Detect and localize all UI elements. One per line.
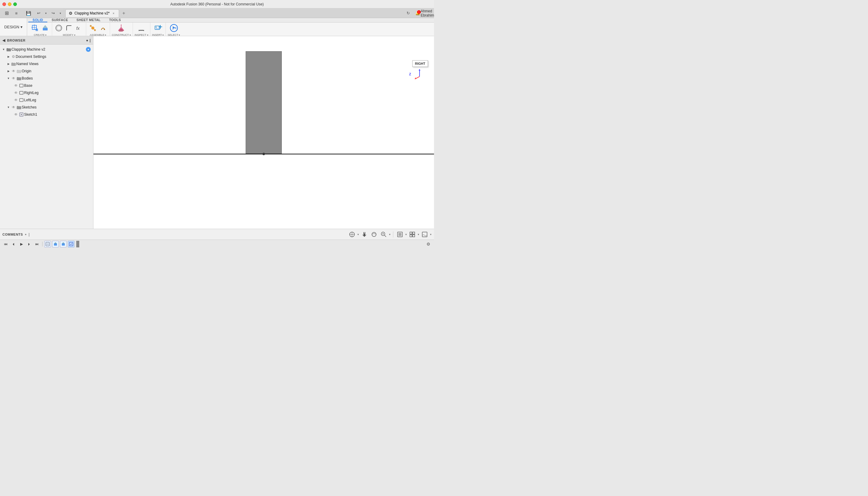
grid-icon[interactable]: ⊞ [2, 9, 11, 17]
comments-dot-icon[interactable]: ● [25, 233, 27, 236]
root-expand-icon[interactable]: ▼ [1, 47, 6, 52]
design-button[interactable]: DESIGN ▾ [0, 18, 27, 36]
redo-dropdown[interactable]: ▾ [59, 9, 62, 18]
grid-dropdown-arrow[interactable]: ▾ [418, 233, 419, 236]
toolbar-group-assemble[interactable]: ASSEMBLE ▾ [86, 22, 110, 37]
tree-item-bodies[interactable]: ▼ 👁 Bodies [0, 75, 93, 82]
bodies-expand-icon[interactable]: ▼ [6, 76, 11, 81]
zoom-button[interactable] [379, 230, 388, 239]
file-tab[interactable]: ⚙ Clapping Machine v2* × [65, 9, 119, 17]
fusion-menu-icon[interactable]: ≡ [12, 9, 20, 17]
env-dropdown-arrow[interactable]: ▾ [430, 233, 432, 236]
file-tab-close-button[interactable]: × [111, 11, 116, 15]
motion-button[interactable] [98, 23, 108, 33]
play-button[interactable]: ▶ [18, 241, 25, 247]
tree-item-named-views[interactable]: ▶ Named Views [0, 60, 93, 67]
left-leg-eye-icon[interactable]: 👁 [13, 97, 19, 103]
toolbar-group-inspect[interactable]: INSPECT ▾ [133, 22, 150, 37]
tab-sheet-metal[interactable]: SHEET METAL [72, 18, 105, 22]
doc-settings-expand-icon[interactable]: ▶ [6, 54, 11, 59]
step-back-button[interactable]: ⏴ [10, 241, 17, 247]
display-mode-button[interactable] [396, 230, 404, 239]
base-eye-icon[interactable]: 👁 [13, 83, 19, 88]
tree-item-sketches[interactable]: ▼ 👁 Sketches [0, 104, 93, 111]
svg-point-49 [372, 232, 376, 236]
insert-image-button[interactable] [153, 23, 163, 33]
comments-resize-icon[interactable]: | [29, 232, 30, 236]
grid-view-button[interactable] [408, 230, 417, 239]
named-views-expand-icon[interactable]: ▶ [6, 61, 11, 66]
toolbar-group-create[interactable]: CREATE ▾ [28, 22, 52, 37]
origin-folder-icon [16, 68, 22, 74]
minimize-button[interactable] [8, 2, 12, 6]
right-leg-eye-icon[interactable]: 👁 [13, 90, 19, 95]
save-button[interactable]: 💾 [24, 9, 33, 18]
snap-button[interactable] [348, 230, 356, 239]
browser-collapse-icon[interactable]: ◀ [2, 38, 5, 43]
fillet-button[interactable] [64, 23, 74, 33]
bodies-eye-icon[interactable]: 👁 [11, 76, 16, 81]
close-button[interactable] [2, 2, 6, 6]
timeline-item-3[interactable] [60, 241, 67, 247]
origin-eye-icon[interactable]: 👁 [11, 68, 16, 74]
timeline-settings-button[interactable]: ⚙ [425, 241, 432, 247]
orbit-button[interactable] [370, 230, 378, 239]
toolbar-group-modify[interactable]: fx MODIFY ▾ [52, 22, 86, 37]
zoom-dropdown-arrow[interactable]: ▾ [389, 233, 391, 236]
tree-item-right-leg[interactable]: 👁 RightLeg [0, 89, 93, 96]
snap-dropdown-arrow[interactable]: ▾ [357, 233, 359, 236]
fx-button[interactable]: fx [75, 23, 84, 33]
top-toolbar: DESIGN ▾ SOLID SURFACE SHEET METAL TOOLS [0, 18, 434, 36]
step-forward-button[interactable]: ⏵ [26, 241, 33, 247]
toolbar-group-select[interactable]: SELECT ▾ [166, 22, 182, 37]
timeline-item-4[interactable] [68, 241, 75, 247]
right-view-label[interactable]: RIGHT [412, 60, 428, 67]
toolbar-group-insert[interactable]: INSERT ▾ [150, 22, 166, 37]
rewind-start-button[interactable]: ⏮ [2, 241, 9, 247]
toolbar-group-construct[interactable]: CONSTRUCT ▾ [110, 22, 133, 37]
tree-item-sketch1[interactable]: 👁 Sketch1 [0, 111, 93, 118]
environment-icon [421, 231, 428, 238]
sync-button[interactable]: ↻ [404, 10, 412, 17]
tab-solid[interactable]: SOLID [28, 18, 47, 22]
svg-rect-31 [6, 48, 11, 51]
sketches-eye-icon[interactable]: 👁 [11, 105, 16, 110]
timeline-cursor[interactable] [76, 241, 79, 247]
browser-resize-icon[interactable]: | [90, 38, 91, 43]
measure-button[interactable] [137, 23, 146, 33]
sketch1-eye-icon[interactable]: 👁 [13, 112, 19, 117]
rewind-end-button[interactable]: ⏭ [34, 241, 41, 247]
timeline-item-2[interactable] [52, 241, 59, 247]
svg-rect-34 [17, 77, 21, 80]
tab-tools[interactable]: TOOLS [105, 18, 125, 22]
sketches-expand-icon[interactable]: ▼ [6, 105, 11, 110]
tree-item-root[interactable]: ▼ Clapping Machine v2 ● [0, 46, 93, 53]
undo-button[interactable]: ↩ [34, 9, 43, 18]
user-info[interactable]: Ahmed Ebrahim [424, 10, 431, 17]
pan-button[interactable] [360, 230, 369, 239]
extrude-button[interactable] [41, 23, 50, 33]
assemble-tools [88, 23, 108, 33]
tree-item-base[interactable]: 👁 Base [0, 82, 93, 89]
redo-button[interactable]: ↪ [48, 9, 58, 18]
display-dropdown-arrow[interactable]: ▾ [405, 233, 407, 236]
tree-item-doc-settings[interactable]: ▶ ⚙ Document Settings [0, 53, 93, 60]
timeline-item-1[interactable] [44, 241, 51, 247]
environment-button[interactable] [420, 230, 429, 239]
viewport[interactable]: RIGHT Z [93, 36, 434, 229]
origin-expand-icon[interactable]: ▶ [6, 69, 11, 74]
tree-item-origin[interactable]: ▶ 👁 Origin [0, 67, 93, 75]
add-tab-button[interactable]: + [120, 10, 127, 17]
maximize-button[interactable] [13, 2, 17, 6]
plane-button[interactable] [117, 23, 126, 33]
notifications-button[interactable]: 🔔 1 [414, 10, 421, 17]
orientation-cube[interactable]: RIGHT Z [407, 60, 428, 88]
shell-button[interactable] [54, 23, 64, 33]
undo-dropdown[interactable]: ▾ [44, 9, 48, 18]
tree-item-left-leg[interactable]: 👁 LeftLeg [0, 96, 93, 104]
tab-surface[interactable]: SURFACE [47, 18, 72, 22]
new-sketch-button[interactable] [30, 23, 40, 33]
joint-button[interactable] [88, 23, 98, 33]
select-button[interactable] [169, 23, 179, 33]
browser-settings-icon[interactable]: ● [86, 38, 88, 43]
